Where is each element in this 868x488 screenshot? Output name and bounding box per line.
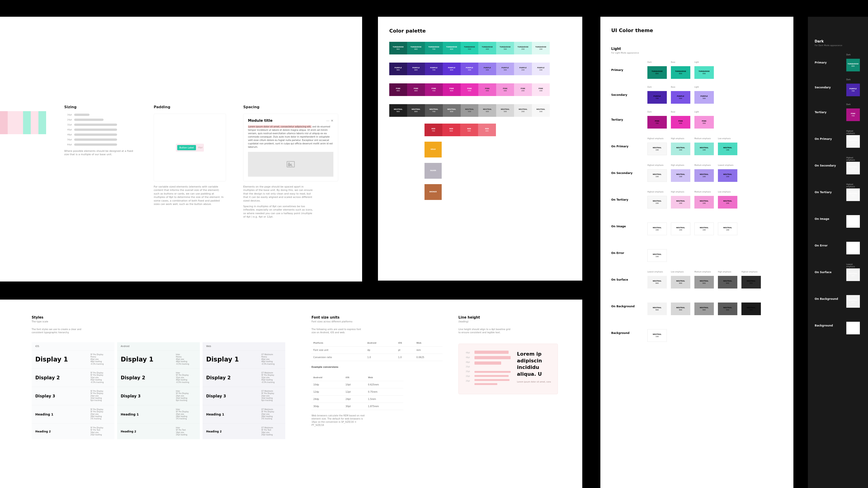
theme-cell: NEUTRAL100: [647, 244, 667, 262]
image-placeholder: [248, 152, 333, 177]
type-scale-column: Android Display 1 InterHeavy40pt size48p…: [117, 342, 200, 439]
swatch: TURQUOISE700: [425, 42, 443, 55]
theme-row-label: Background: [611, 331, 647, 335]
theme-cell: NEUTRAL100: [647, 324, 667, 342]
size-bar: 56pt: [64, 138, 136, 141]
type-style-row: Display 1 GT WalsheimHeavy40pt size48pt …: [203, 350, 285, 368]
fs-desc: The following units are used to express …: [311, 328, 366, 334]
theme-cell: Base PURPLE500: [671, 86, 690, 104]
theme-row: On Background NEUTRAL900: [815, 290, 868, 308]
swatch: PINK200: [514, 84, 532, 96]
theme-cell: Lowest emphasis NEUTRAL900: [647, 271, 667, 289]
theme-cell: Dark PINK700: [846, 103, 860, 121]
theme-row: Background NEUTRAL100: [611, 324, 782, 342]
type-style-row: Heading 1 SF Pro DisplaySF Pro Display20…: [32, 405, 114, 423]
font-size-units-section: Font size units Font sizes across differ…: [311, 315, 442, 427]
swatch: TURQUOISE300: [496, 42, 514, 55]
theme-row: On Primary Highest emphasis NEUTRAL100 H…: [611, 138, 782, 155]
more-icon[interactable]: ⋯: [326, 119, 329, 123]
swatch: RED400: [478, 124, 496, 136]
spacing-title: Spacing: [243, 105, 345, 109]
dark-sub: For Dark Mode appearance: [815, 44, 868, 46]
swatch: NEUTRAL100: [532, 104, 550, 117]
theme-row: Primary Dark TURQUOISE800 Base TURQUOISE…: [611, 61, 782, 79]
swatch: NEUTRAL800: [407, 104, 425, 117]
theme-row: On Primary Highest emphasis NEUTRAL100: [815, 130, 868, 148]
image-icon: [287, 161, 295, 167]
theme-row: On Secondary Highest emphasis NEUTRAL100: [815, 157, 868, 174]
sample-button[interactable]: Button Label: [177, 145, 196, 150]
type-style-row: Display 3 SF Pro DisplaySF Pro Display24…: [32, 387, 114, 405]
size-bar: 40pt: [64, 129, 136, 131]
swatch: PURPLE700: [425, 63, 443, 75]
theme-row-label: Tertiary: [611, 118, 647, 121]
swatch: TURQUOISE200: [514, 42, 532, 55]
swatch: PINK900: [389, 84, 407, 96]
theme-cell: Highest emphasis NEUTRAL100: [846, 130, 860, 148]
theme-row: On Error NEUTRAL100: [611, 244, 782, 262]
layout-panel: Sizing 16pt24pt32pt40pt48pt56pt64pt Wher…: [0, 17, 362, 282]
swatch: TURQUOISE400: [478, 42, 496, 55]
theme-cell: NEUTRAL100: [694, 218, 714, 235]
light-sub: For Light Mode appearance: [611, 52, 782, 54]
theme-row-label: On Secondary: [611, 171, 647, 175]
light-title: Light: [611, 47, 782, 51]
theme-cell: Dark PURPLE700: [846, 78, 860, 96]
swatch: NEUTRAL200: [514, 104, 532, 117]
swatch: TURQUOISE900: [389, 42, 407, 55]
theme-cell: Highest emphasis NEUTRAL100: [846, 184, 860, 201]
theme-row: On Tertiary Highest emphasis NEUTRAL100: [815, 184, 868, 201]
theme-row-label: On Primary: [611, 145, 647, 148]
theme-row: Tertiary Dark PINK700 Base PINK500 Light…: [611, 111, 782, 129]
swatch: PINK700: [425, 84, 443, 96]
swatch: PINK100: [532, 84, 550, 96]
line-height-section: Line height (leading) Line height should…: [458, 315, 558, 394]
spacing-note2: Spacing in multiples of 8pt can sometime…: [243, 205, 313, 219]
theme-cell: Medium emphasis NEUTRAL100: [694, 164, 714, 182]
theme-cell: Dark TURQUOISE800: [846, 54, 860, 71]
theme-cell: NEUTRAL900: [741, 297, 761, 315]
theme-row-label: Primary: [611, 68, 647, 72]
type-style-row: Heading 2 InterSF Pro Text18pt size24pt …: [117, 423, 200, 440]
type-scale-column: Web Display 1 GT WalsheimHeavy40pt size4…: [203, 342, 285, 439]
type-scale-column: iOS Display 1 SF Pro DisplayHeavy40pt si…: [32, 342, 114, 439]
theme-cell: NEUTRAL900: [694, 297, 714, 315]
example-title: Example conversions: [311, 365, 366, 369]
swatch: PINK300: [496, 84, 514, 96]
theme-row: On Surface Lowest emphasis NEUTRAL900: [815, 263, 868, 281]
swatch: NEUTRAL600: [443, 104, 461, 117]
type-style-row: Display 3 InterSF Pro Display24pt size32…: [117, 387, 200, 405]
line-height-card: 48pt48pt48pt20pt20pt20pt20pt Lorem ipadi…: [458, 344, 558, 394]
theme-row: On Image NEUTRAL100: [815, 210, 868, 228]
swatch: NEUTRAL700: [425, 104, 443, 117]
swatch: PURPLE400: [478, 63, 496, 75]
theme-row-label: On Secondary: [815, 164, 846, 167]
theme-cell: NEUTRAL100: [647, 218, 667, 235]
theme-row-label: On Tertiary: [815, 191, 846, 194]
font-examples-table: AndroidiOSWeb10dp10pt0.625rem12dp12pt0.7…: [311, 374, 403, 410]
theme-row-label: On Surface: [815, 271, 846, 274]
padding-section: Padding Button Label 48pt For variable s…: [154, 105, 226, 206]
type-style-row: Heading 2 GT WalsheimSF Pro Text18pt siz…: [203, 423, 285, 440]
theme-row-label: On Image: [611, 225, 647, 228]
theme-row-label: On Image: [815, 217, 846, 221]
theme-row: Primary Dark TURQUOISE800: [815, 54, 868, 71]
swatch: GOLD: [425, 142, 442, 158]
size-bar: 32pt: [64, 124, 136, 126]
swatch: RED700: [425, 124, 442, 136]
theme-title: UI Color theme: [611, 28, 782, 33]
theme-cell: NEUTRAL100: [846, 237, 860, 254]
theme-cell: Lowest emphasis NEUTRAL900: [846, 263, 860, 281]
type-style-row: Heading 2 SF Pro DisplaySF Pro Text18pt …: [32, 423, 114, 440]
theme-cell: NEUTRAL100: [671, 218, 690, 235]
theme-row-label: Background: [815, 324, 846, 327]
close-icon[interactable]: ✕: [331, 119, 333, 123]
theme-cell: High emphasis NEUTRAL100: [671, 191, 690, 208]
theme-row: Secondary Dark PURPLE700: [815, 78, 868, 96]
padding-title: Padding: [154, 105, 226, 109]
swatch: RED600: [442, 124, 460, 136]
size-bar: 24pt: [64, 119, 136, 121]
size-bar: 48pt: [64, 133, 136, 136]
padding-card: Button Label 48pt: [154, 113, 226, 182]
sizing-section: Sizing 16pt24pt32pt40pt48pt56pt64pt Wher…: [64, 105, 136, 156]
